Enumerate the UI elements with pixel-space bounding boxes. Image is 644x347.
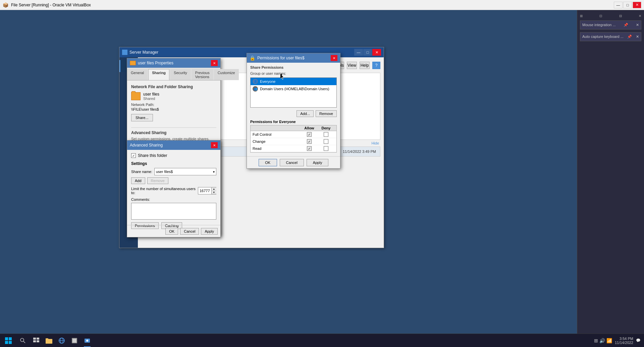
- perm-ok-button[interactable]: OK: [259, 159, 277, 166]
- vbox-close-button[interactable]: ✕: [633, 2, 641, 8]
- ac-pin-icon[interactable]: 📌: [627, 35, 632, 39]
- permissions-close-button[interactable]: ✕: [331, 55, 337, 61]
- svg-rect-5: [33, 340, 36, 342]
- perm-cancel-button[interactable]: Cancel: [280, 159, 304, 166]
- permissions-dialog: 🔒 Permissions for user files$ ✕ Share Pe…: [247, 53, 340, 169]
- change-allow-checkbox[interactable]: [307, 139, 312, 144]
- share-button[interactable]: Share...: [131, 114, 153, 121]
- group-add-button[interactable]: Add...: [297, 110, 314, 117]
- server-manager-icon: [122, 50, 127, 55]
- sm-maximize-button[interactable]: □: [363, 49, 372, 56]
- spinner-down-button[interactable]: ▼: [212, 191, 216, 194]
- permissions-content: Share Permissions Group or user names: 👤…: [247, 63, 340, 158]
- win-desktop: Server Manager — □ ✕: [0, 10, 644, 334]
- perm-full-control-deny[interactable]: [318, 132, 334, 137]
- perm-col-name: [253, 126, 301, 130]
- advanced-sharing-title: Advanced Sharing: [131, 130, 216, 135]
- perm-row-full-control: Full Control: [251, 131, 336, 138]
- folder-row: user files Shared: [131, 92, 216, 101]
- vbox-maximize-button[interactable]: □: [623, 2, 632, 8]
- adv-add-button[interactable]: Add: [131, 177, 145, 184]
- perm-full-control-label: Full Control: [253, 132, 301, 136]
- panel-close-icon[interactable]: ✕: [636, 23, 639, 27]
- group-item-everyone[interactable]: 👤 Everyone: [251, 78, 336, 85]
- advanced-sharing-content: Share this folder Settings Share name: u…: [127, 150, 220, 235]
- read-deny-checkbox[interactable]: [324, 146, 328, 151]
- adv-remove-button[interactable]: Remove: [147, 177, 168, 184]
- ac-close-icon[interactable]: ✕: [636, 35, 639, 39]
- adv-ok-button[interactable]: OK: [165, 228, 178, 235]
- search-button[interactable]: [17, 334, 29, 347]
- advanced-sharing-dialog: Advanced Sharing ✕ Share this folder Set…: [127, 140, 221, 237]
- limit-spinner[interactable]: 16777 ▲ ▼: [198, 187, 216, 194]
- folder-info: user files Shared: [143, 92, 159, 101]
- read-allow-checkbox[interactable]: [307, 146, 312, 151]
- vbox-minimize-button[interactable]: —: [614, 2, 623, 8]
- start-button[interactable]: [0, 334, 17, 347]
- perm-read-deny[interactable]: [318, 146, 334, 151]
- advanced-sharing-close-button[interactable]: ✕: [211, 142, 218, 148]
- sm-window-controls[interactable]: — □ ✕: [354, 49, 381, 56]
- comments-label: Comments:: [131, 197, 216, 201]
- vm-right-panel: ⊞⊡⊟✕ Mouse integration ... 📌 ✕ Auto capt…: [577, 10, 644, 334]
- panel-pin-icon[interactable]: 📌: [624, 23, 628, 27]
- share-name-select[interactable]: user files$ ▾: [154, 168, 216, 175]
- folder-icon: [131, 92, 141, 100]
- adv-cancel-button[interactable]: Cancel: [180, 228, 199, 235]
- sm-close-button[interactable]: ✕: [372, 49, 381, 56]
- change-deny-checkbox[interactable]: [324, 139, 328, 144]
- perm-change-allow[interactable]: [301, 139, 318, 144]
- perm-read-label: Read: [253, 147, 301, 151]
- sm-view-menu[interactable]: View: [347, 62, 357, 69]
- server-manager-title: Server Manager: [129, 50, 158, 55]
- perm-read-allow[interactable]: [301, 146, 318, 151]
- tab-general[interactable]: General: [127, 69, 148, 80]
- taskbar-app-server-manager[interactable]: [81, 334, 93, 347]
- spinner-up-button[interactable]: ▲: [212, 187, 216, 191]
- spinner-buttons[interactable]: ▲ ▼: [211, 187, 216, 194]
- taskbar: ⊞ 🔊 📶 3:54 PM 11/14/2022 💬: [0, 334, 644, 347]
- full-control-deny-checkbox[interactable]: [324, 132, 328, 137]
- properties-close-button[interactable]: ✕: [211, 60, 218, 66]
- sm-minimize-button[interactable]: —: [354, 49, 363, 56]
- share-folder-checkbox[interactable]: [131, 153, 136, 158]
- tab-security[interactable]: Security: [170, 69, 191, 80]
- server-manager-taskbar-icon: [84, 337, 91, 344]
- limit-label: Limit the number of simultaneous users t…: [131, 187, 196, 195]
- full-control-allow-checkbox[interactable]: [307, 132, 312, 137]
- notification-button[interactable]: 💬: [636, 338, 641, 343]
- mouse-integration-item[interactable]: Mouse integration ... 📌 ✕: [580, 20, 641, 30]
- taskbar-app-task-view[interactable]: [30, 334, 42, 347]
- perm-change-deny[interactable]: [318, 139, 334, 144]
- group-label: Group or user names:: [250, 71, 337, 75]
- perm-apply-button[interactable]: Apply: [307, 159, 329, 166]
- taskbar-app-ie[interactable]: [56, 334, 68, 347]
- properties-tabs[interactable]: General Sharing Security Previous Versio…: [127, 68, 220, 80]
- taskbar-app-file-manager[interactable]: [68, 334, 80, 347]
- network-path-value: \\FILE\user files$: [131, 107, 216, 111]
- comments-box[interactable]: [131, 203, 216, 220]
- network-path-label: Network Path:: [131, 103, 216, 107]
- sm-hide-link[interactable]: Hide: [371, 141, 379, 145]
- perm-full-control-allow[interactable]: [301, 132, 318, 137]
- vbox-titlebar: 📦 File Server [Running] - Oracle VM Virt…: [0, 0, 644, 10]
- tab-customize[interactable]: Customize: [214, 69, 239, 80]
- taskbar-app-file-explorer[interactable]: [43, 334, 55, 347]
- tab-sharing[interactable]: Sharing: [148, 69, 169, 80]
- ie-icon: [58, 337, 65, 344]
- clock-display: 3:54 PM 11/14/2022: [615, 337, 633, 345]
- vbox-window-controls[interactable]: — □ ✕: [614, 2, 641, 8]
- sm-help-menu[interactable]: Help: [360, 62, 370, 69]
- perm-change-label: Change: [253, 139, 301, 143]
- svg-rect-6: [37, 340, 39, 342]
- adv-apply-button[interactable]: Apply: [201, 228, 218, 235]
- svg-point-1: [20, 338, 24, 342]
- permissions-bottom-buttons: OK Cancel Apply: [247, 156, 340, 168]
- group-remove-button[interactable]: Remove: [316, 110, 337, 117]
- permissions-table: Allow Deny Full Control Change: [250, 125, 337, 153]
- tab-previous-versions[interactable]: Previous Versions: [192, 69, 213, 80]
- folder-name: user files: [143, 92, 159, 97]
- group-item-domain-users[interactable]: 👥 Domain Users (HOMELAB\Domain Users): [251, 85, 336, 93]
- auto-capture-item[interactable]: Auto capture keyboard ... 📌 ✕: [580, 32, 641, 41]
- sm-help-icon[interactable]: ?: [372, 62, 380, 69]
